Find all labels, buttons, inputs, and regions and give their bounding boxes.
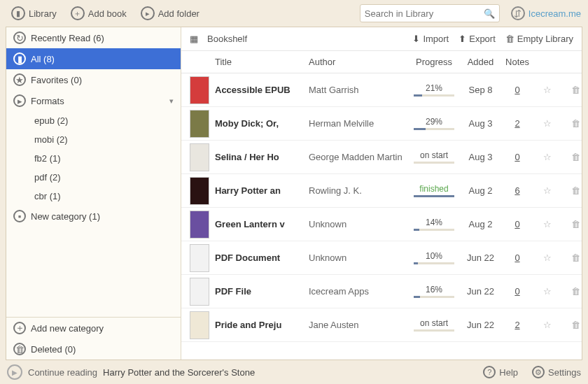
- table-row[interactable]: Moby Dick; Or,Herman Melville29%Aug 32☆🗑: [181, 107, 582, 141]
- col-progress[interactable]: Progress: [410, 57, 458, 67]
- delete-button[interactable]: 🗑: [563, 320, 582, 330]
- book-notes-count[interactable]: 2: [503, 320, 532, 330]
- progress-text: 21%: [426, 83, 442, 93]
- sidebar-item-label: Formats: [31, 96, 64, 106]
- book-author: Unknown: [309, 253, 407, 263]
- sidebar-item-label: mobi (2): [34, 134, 68, 145]
- book-progress: 14%: [410, 218, 458, 231]
- upload-icon: ⬆: [458, 34, 466, 44]
- table-row[interactable]: Green Lantern vUnknown14%Aug 20☆🗑: [181, 208, 582, 241]
- progress-bar: [414, 329, 454, 332]
- book-title: Harry Potter an: [215, 185, 306, 196]
- favorite-toggle[interactable]: ☆: [535, 286, 560, 297]
- delete-button[interactable]: 🗑: [563, 85, 582, 95]
- col-added[interactable]: Added: [461, 57, 500, 67]
- favorite-toggle[interactable]: ☆: [535, 185, 560, 196]
- delete-button[interactable]: 🗑: [563, 219, 582, 229]
- grid-icon[interactable]: ▦: [190, 34, 199, 44]
- delete-button[interactable]: 🗑: [563, 152, 582, 162]
- add-new-category-button[interactable]: ＋ Add new category: [6, 318, 181, 339]
- col-notes[interactable]: Notes: [503, 57, 532, 67]
- book-notes-count[interactable]: 0: [503, 286, 532, 297]
- book-title: Selina / Her Ho: [215, 152, 306, 162]
- sidebar-item-new-category[interactable]: ▪ New category (1): [6, 206, 181, 227]
- delete-button[interactable]: 🗑: [563, 286, 582, 297]
- book-notes-count[interactable]: 2: [503, 118, 532, 129]
- book-notes-count[interactable]: 0: [503, 253, 532, 263]
- table-row[interactable]: Selina / Her HoGeorge Madden Martinon st…: [181, 141, 582, 174]
- empty-label: Empty Library: [517, 34, 573, 44]
- book-notes-count[interactable]: 0: [503, 219, 532, 229]
- export-button[interactable]: ⬆ Export: [458, 34, 496, 44]
- sidebar-item-format[interactable]: cbr (1): [6, 187, 181, 206]
- table-row[interactable]: Pride and PrejuJane Austenon startJun 22…: [181, 308, 582, 342]
- sidebar-item-favorites[interactable]: ★ Favorites (0): [6, 69, 181, 90]
- book-notes-count[interactable]: 6: [503, 185, 532, 196]
- delete-button[interactable]: 🗑: [563, 185, 582, 196]
- table-row[interactable]: Harry Potter anRowling J. K.finishedAug …: [181, 174, 582, 208]
- search-input[interactable]: [365, 8, 481, 19]
- search-icon: 🔍: [484, 8, 495, 19]
- main-area: ↻ Recently Read (6) ▮ All (8) ★ Favorite…: [6, 27, 582, 360]
- book-added: Jun 22: [461, 286, 500, 297]
- sidebar-item-formats[interactable]: ▸ Formats ▾: [6, 90, 181, 111]
- book-progress: 21%: [410, 83, 458, 97]
- sidebar-item-format[interactable]: mobi (2): [6, 130, 181, 149]
- library-button[interactable]: ▮ Library: [7, 4, 61, 22]
- add-book-button[interactable]: ＋ Add book: [66, 4, 131, 22]
- progress-bar: [414, 128, 454, 130]
- content: ▦ Bookshelf ⬇ Import ⬆ Export 🗑 Empty Li…: [181, 27, 582, 360]
- empty-library-button[interactable]: 🗑 Empty Library: [505, 34, 573, 44]
- add-folder-button[interactable]: ▸ Add folder: [136, 4, 204, 22]
- sidebar-item-all[interactable]: ▮ All (8): [6, 48, 181, 69]
- col-title[interactable]: Title: [215, 57, 306, 67]
- account-link[interactable]: ⇵ Icecream.me: [511, 6, 581, 20]
- favorite-toggle[interactable]: ☆: [535, 118, 560, 129]
- book-icon: ▮: [11, 6, 25, 20]
- favorite-toggle[interactable]: ☆: [535, 219, 560, 229]
- favorite-toggle[interactable]: ☆: [535, 152, 560, 162]
- gear-icon: ⚙: [532, 366, 545, 378]
- book-author: Unknown: [309, 219, 407, 229]
- import-button[interactable]: ⬇ Import: [412, 34, 449, 44]
- progress-text: on start: [420, 150, 448, 160]
- favorite-toggle[interactable]: ☆: [535, 85, 560, 95]
- sidebar-item-format[interactable]: epub (2): [6, 111, 181, 130]
- book-cover: [190, 278, 209, 306]
- delete-button[interactable]: 🗑: [563, 253, 582, 263]
- help-label: Help: [499, 367, 518, 378]
- book-progress: 16%: [410, 285, 458, 298]
- export-label: Export: [469, 34, 496, 44]
- settings-button[interactable]: ⚙ Settings: [532, 366, 581, 378]
- sidebar-item-label: Deleted (0): [31, 344, 76, 355]
- book-title: Green Lantern v: [215, 219, 306, 229]
- book-author: Icecream Apps: [309, 286, 407, 297]
- sidebar-item-recently-read[interactable]: ↻ Recently Read (6): [6, 27, 181, 48]
- shelf-title: Bookshelf: [207, 34, 247, 44]
- play-icon[interactable]: ▶: [7, 364, 22, 380]
- delete-button[interactable]: 🗑: [563, 118, 582, 129]
- favorite-toggle[interactable]: ☆: [535, 253, 560, 263]
- table-row[interactable]: PDF FileIcecream Apps16%Jun 220☆🗑: [181, 275, 582, 308]
- col-author[interactable]: Author: [309, 57, 407, 67]
- favorite-toggle[interactable]: ☆: [535, 320, 560, 330]
- book-notes-count[interactable]: 0: [503, 85, 532, 95]
- progress-text: 14%: [426, 218, 442, 227]
- book-added: Aug 3: [461, 118, 500, 129]
- trash-icon: 🗑: [505, 34, 514, 44]
- book-notes-count[interactable]: 0: [503, 152, 532, 162]
- book-progress: on start: [410, 150, 458, 164]
- search-box[interactable]: 🔍: [360, 4, 500, 22]
- sidebar-item-deleted[interactable]: 🗑 Deleted (0): [6, 339, 181, 360]
- help-button[interactable]: ? Help: [483, 366, 518, 378]
- top-bar: ▮ Library ＋ Add book ▸ Add folder 🔍 ⇵ Ic…: [0, 0, 588, 27]
- continue-reading-book[interactable]: Harry Potter and the Sorcerer's Stone: [103, 367, 255, 378]
- sidebar-item-format[interactable]: pdf (2): [6, 168, 181, 187]
- sidebar-item-label: All (8): [31, 54, 55, 64]
- table-row[interactable]: Accessible EPUBMatt Garrish21%Sep 80☆🗑: [181, 73, 582, 107]
- sidebar-item-format[interactable]: fb2 (1): [6, 149, 181, 168]
- book-author: Herman Melville: [309, 118, 407, 129]
- book-title: Pride and Preju: [215, 320, 306, 330]
- table-row[interactable]: PDF DocumentUnknown10%Jun 220☆🗑: [181, 241, 582, 275]
- sidebar-item-label: New category (1): [31, 211, 100, 222]
